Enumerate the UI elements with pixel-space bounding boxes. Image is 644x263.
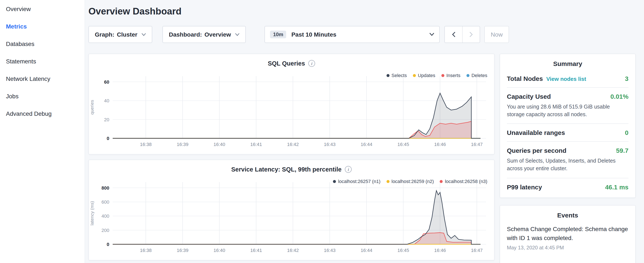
sidebar-item-advanced-debug[interactable]: Advanced Debug bbox=[0, 105, 84, 122]
right-column: Summary Total NodesView nodes list3Capac… bbox=[500, 54, 636, 263]
now-button[interactable]: Now bbox=[484, 26, 509, 43]
summary-label: Total Nodes bbox=[507, 75, 543, 82]
summary-rows: Total NodesView nodes list3Capacity Used… bbox=[507, 70, 628, 195]
service-latency-chart: 020040060080016:3816:3916:4016:4116:4216… bbox=[89, 178, 493, 255]
legend-label: Updates bbox=[418, 73, 435, 78]
summary-value: 59.7 bbox=[616, 147, 628, 154]
svg-text:16:43: 16:43 bbox=[324, 248, 336, 253]
dashboard-content: SQL Queries i SelectsUpdatesInsertsDelet… bbox=[88, 54, 636, 263]
info-icon[interactable]: i bbox=[345, 166, 352, 173]
time-controls: 10m Past 10 Minutes Now bbox=[264, 26, 509, 43]
chart-legend: localhost:26257 (n1)localhost:26259 (n2)… bbox=[333, 179, 487, 184]
sidebar-item-jobs[interactable]: Jobs bbox=[0, 87, 84, 105]
svg-text:16:42: 16:42 bbox=[287, 142, 299, 147]
legend-item[interactable]: Selects bbox=[386, 73, 407, 78]
svg-text:16:38: 16:38 bbox=[140, 248, 152, 253]
chevron-down-icon bbox=[142, 33, 146, 36]
charts-column: SQL Queries i SelectsUpdatesInsertsDelet… bbox=[88, 54, 494, 263]
legend-item[interactable]: Updates bbox=[413, 73, 435, 78]
svg-text:16:44: 16:44 bbox=[360, 142, 372, 147]
summary-panel: Summary Total NodesView nodes list3Capac… bbox=[500, 54, 636, 198]
time-range-value: Past 10 Minutes bbox=[291, 31, 428, 38]
events-panel: Events Schema Change Completed: Schema c… bbox=[500, 205, 636, 263]
summary-row: Total NodesView nodes list3 bbox=[507, 70, 628, 88]
summary-desc: You are using 28.6 MiB of 515.9 GiB usab… bbox=[507, 103, 628, 119]
legend-label: localhost:26257 (n1) bbox=[338, 179, 380, 184]
sidebar-item-network-latency[interactable]: Network Latency bbox=[0, 70, 84, 87]
graph-dropdown[interactable]: Graph: Cluster bbox=[88, 26, 152, 43]
info-icon[interactable]: i bbox=[308, 60, 315, 67]
time-step-buttons bbox=[444, 26, 480, 43]
legend-item[interactable]: Deletes bbox=[466, 73, 487, 78]
legend-dot-icon bbox=[333, 180, 336, 183]
dashboard-dropdown[interactable]: Dashboard: Overview bbox=[162, 26, 246, 43]
time-range-badge: 10m bbox=[270, 31, 286, 38]
legend-item[interactable]: localhost:26257 (n1) bbox=[333, 179, 380, 184]
sidebar-item-statements[interactable]: Statements bbox=[0, 52, 84, 70]
svg-text:16:39: 16:39 bbox=[177, 248, 188, 253]
legend-dot-icon bbox=[386, 180, 389, 183]
svg-text:16:46: 16:46 bbox=[434, 248, 446, 253]
svg-text:16:44: 16:44 bbox=[360, 248, 372, 253]
svg-text:latency (ms): latency (ms) bbox=[90, 201, 94, 225]
chevron-down-icon bbox=[235, 33, 240, 36]
svg-text:200: 200 bbox=[102, 228, 109, 233]
chart-head: SQL Queries i bbox=[89, 59, 494, 68]
legend-dot-icon bbox=[386, 74, 389, 77]
summary-row: Unavailable ranges0 bbox=[507, 124, 628, 142]
legend-label: localhost:26258 (n3) bbox=[445, 179, 487, 184]
main-content: Overview Dashboard Graph: Cluster Dashbo… bbox=[88, 0, 636, 263]
dashboard-dropdown-value: Overview bbox=[204, 31, 231, 38]
svg-text:0: 0 bbox=[107, 136, 109, 141]
summary-row: P99 latency46.1 ms bbox=[507, 178, 628, 195]
summary-label: P99 latency bbox=[507, 183, 542, 190]
dashboard-dropdown-label: Dashboard: bbox=[169, 31, 202, 38]
time-back-button[interactable] bbox=[445, 26, 462, 43]
legend-label: localhost:26259 (n2) bbox=[392, 179, 434, 184]
svg-text:16:40: 16:40 bbox=[214, 142, 225, 147]
summary-value: 0.01% bbox=[610, 93, 628, 100]
svg-text:16:47: 16:47 bbox=[471, 248, 483, 253]
page-title: Overview Dashboard bbox=[88, 6, 636, 17]
svg-text:400: 400 bbox=[102, 213, 109, 219]
legend-item[interactable]: localhost:26259 (n2) bbox=[386, 179, 434, 184]
legend-item[interactable]: localhost:26258 (n3) bbox=[440, 179, 487, 184]
chart-title: Service Latency: SQL, 99th percentile bbox=[231, 166, 342, 173]
svg-text:800: 800 bbox=[102, 185, 109, 191]
graph-dropdown-label: Graph: bbox=[95, 31, 114, 38]
sidebar: OverviewMetricsDatabasesStatementsNetwor… bbox=[0, 0, 85, 263]
svg-text:16:38: 16:38 bbox=[140, 142, 152, 147]
svg-text:16:45: 16:45 bbox=[397, 248, 409, 253]
chart-legend: SelectsUpdatesInsertsDeletes bbox=[386, 73, 487, 78]
chart-head: Service Latency: SQL, 99th percentile i bbox=[89, 165, 494, 174]
time-range-selector[interactable]: 10m Past 10 Minutes bbox=[264, 26, 440, 43]
sql-queries-chart: 020406016:3816:3916:4016:4116:4216:4316:… bbox=[89, 72, 493, 149]
legend-item[interactable]: Inserts bbox=[441, 73, 460, 78]
summary-title: Summary bbox=[507, 54, 628, 70]
svg-text:60: 60 bbox=[104, 79, 109, 85]
event-message: Schema Change Completed: Schema change w… bbox=[507, 224, 628, 242]
event-item: Schema Change Completed: Schema change w… bbox=[507, 224, 628, 250]
summary-label: Capacity Used bbox=[507, 93, 551, 100]
chart-title: SQL Queries bbox=[268, 60, 305, 67]
legend-dot-icon bbox=[466, 74, 469, 77]
legend-label: Selects bbox=[392, 73, 407, 78]
graph-dropdown-value: Cluster bbox=[117, 31, 137, 38]
sidebar-item-overview[interactable]: Overview bbox=[0, 0, 84, 18]
svg-text:queries: queries bbox=[90, 100, 94, 115]
legend-dot-icon bbox=[440, 180, 443, 183]
sidebar-item-metrics[interactable]: Metrics bbox=[0, 18, 84, 35]
summary-row: Capacity Used0.01%You are using 28.6 MiB… bbox=[507, 88, 628, 124]
sql-queries-panel: SQL Queries i SelectsUpdatesInsertsDelet… bbox=[88, 54, 494, 154]
app-root: OverviewMetricsDatabasesStatementsNetwor… bbox=[0, 0, 644, 263]
events-title: Events bbox=[507, 205, 628, 221]
legend-label: Inserts bbox=[446, 73, 460, 78]
time-forward-button[interactable] bbox=[462, 26, 480, 43]
svg-text:0: 0 bbox=[107, 242, 109, 247]
view-nodes-list-link[interactable]: View nodes list bbox=[546, 76, 586, 82]
legend-dot-icon bbox=[413, 74, 416, 77]
sidebar-item-databases[interactable]: Databases bbox=[0, 35, 84, 52]
event-timestamp: May 13, 2020 at 4:45 PM bbox=[507, 244, 628, 250]
svg-text:600: 600 bbox=[102, 199, 109, 205]
svg-text:16:47: 16:47 bbox=[471, 142, 483, 147]
